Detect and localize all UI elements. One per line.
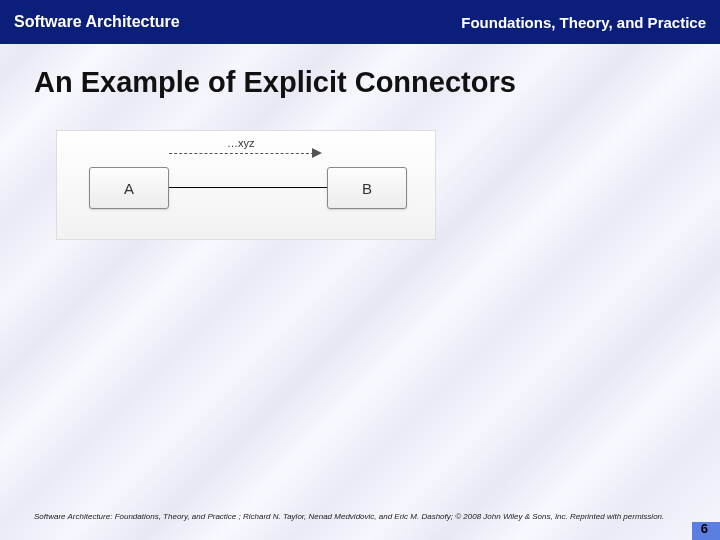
footer-citation: Software Architecture: Foundations, Theo… <box>34 512 680 522</box>
component-b-label: B <box>362 180 372 197</box>
header-right-text: Foundations, Theory, and Practice <box>461 14 706 31</box>
header-left-text: Software Architecture <box>14 13 180 31</box>
dashed-connector <box>169 153 314 154</box>
slide-header: Software Architecture Foundations, Theor… <box>0 0 720 44</box>
component-box-b: B <box>327 167 407 209</box>
connector-diagram: …xyz A B <box>56 130 436 240</box>
component-box-a: A <box>89 167 169 209</box>
component-a-label: A <box>124 180 134 197</box>
slide: Software Architecture Foundations, Theor… <box>0 0 720 540</box>
arrow-label: …xyz <box>227 137 255 149</box>
page-number: 6 <box>701 521 708 536</box>
solid-connector <box>169 187 327 188</box>
slide-title: An Example of Explicit Connectors <box>0 44 720 111</box>
arrowhead-icon <box>312 148 322 158</box>
